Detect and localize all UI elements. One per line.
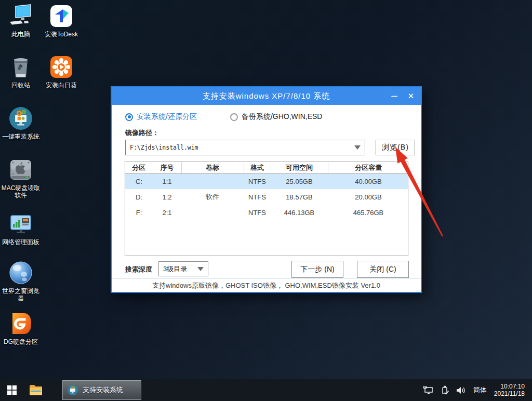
desktop-icon-this-pc[interactable]: 此电脑 xyxy=(0,3,42,38)
desktop-icon-mac-disk-reader[interactable]: MAC硬盘读取软件 xyxy=(0,157,42,199)
desktop-icon-label: 安装向日葵 xyxy=(46,82,77,89)
column-header[interactable]: 可用空间 xyxy=(271,162,328,173)
installer-dialog: 支持安装windows XP/7/8/10 系统 ─ ✕ 安装系统/还原分区 备… xyxy=(111,86,422,293)
folder-icon xyxy=(29,384,43,396)
file-explorer-button[interactable] xyxy=(24,379,48,401)
image-path-label: 镜像路径： xyxy=(125,128,159,138)
table-row[interactable]: F:2:1NTFS446.13GB465.76GB xyxy=(125,205,408,220)
radio-backup-system[interactable]: 备份系统/GHO,WIN,ESD xyxy=(230,112,323,122)
desktop-icon-label: 此电脑 xyxy=(11,31,30,38)
partition-table[interactable]: 分区序号卷标格式可用空间分区容量C:1:1NTFS25.05GB40.00GBD… xyxy=(125,162,408,220)
browser-globe-icon xyxy=(8,260,34,286)
table-row[interactable]: D:1:2软件NTFS18.57GB20.00GB xyxy=(125,189,408,205)
volume-tray-icon[interactable] xyxy=(456,386,466,395)
taskbar-item-installer[interactable]: 支持安装系统 xyxy=(62,380,141,400)
taskbar-item-label: 支持安装系统 xyxy=(83,385,123,395)
desktop-icon-browser[interactable]: 世界之窗浏览器 xyxy=(0,260,42,302)
table-row[interactable]: C:1:1NTFS25.05GB40.00GB xyxy=(125,173,408,189)
sunflower-icon xyxy=(48,54,74,80)
desktop-icon-label: 回收站 xyxy=(11,82,30,89)
clock-date: 2021/11/18 xyxy=(494,390,525,397)
image-path-value: F:\Zjds\install.wim xyxy=(130,144,354,151)
ime-indicator[interactable]: 简体 xyxy=(473,385,487,395)
radio-unselected-icon xyxy=(230,113,238,121)
this-pc-icon xyxy=(8,3,34,29)
dialog-status-bar: 支持windows原版镜像，GHOST ISO镜像， GHO,WIM,ESD镜像… xyxy=(112,278,421,292)
desktop-icon-recycle-bin[interactable]: 回收站 xyxy=(0,54,42,89)
radio-backup-label: 备份系统/GHO,WIN,ESD xyxy=(242,112,323,122)
dialog-title: 支持安装windows XP/7/8/10 系统 xyxy=(112,91,421,101)
todesk-icon xyxy=(48,3,74,29)
search-depth-label: 搜索深度 xyxy=(125,265,152,274)
radio-install-system[interactable]: 安装系统/还原分区 xyxy=(125,112,197,122)
desktop-icon-label: 安装ToDesk xyxy=(45,31,78,38)
network-tray-icon[interactable] xyxy=(423,386,434,395)
radio-install-label: 安装系统/还原分区 xyxy=(137,112,197,122)
desktop-icon-todesk[interactable]: 安装ToDesk xyxy=(41,3,82,38)
recycle-bin-icon xyxy=(8,54,34,80)
chevron-down-icon[interactable] xyxy=(354,145,361,150)
minimize-button[interactable]: ─ xyxy=(385,87,403,105)
browse-button[interactable]: 浏览(B) xyxy=(376,140,415,155)
chevron-down-icon xyxy=(197,267,204,271)
close-dialog-button[interactable]: 关闭 (C) xyxy=(357,261,409,278)
desktop-icon-label: MAC硬盘读取软件 xyxy=(0,184,42,199)
column-header[interactable]: 格式 xyxy=(244,162,271,173)
clock-time: 10:07:10 xyxy=(494,383,525,390)
partition-table-container: 分区序号卷标格式可用空间分区容量C:1:1NTFS25.05GB40.00GBD… xyxy=(125,162,408,256)
search-depth-value: 3级目录 xyxy=(163,264,197,274)
image-path-combobox[interactable]: F:\Zjds\install.wim xyxy=(125,140,365,155)
radio-selected-icon xyxy=(125,113,133,121)
start-button[interactable] xyxy=(0,379,24,401)
desktop-icon-network-panel[interactable]: 网络管理面板 xyxy=(0,211,42,246)
column-header[interactable]: 分区 xyxy=(125,162,153,173)
desktop-icon-reinstall-system[interactable]: 一键重装系统 xyxy=(0,105,42,140)
column-header[interactable]: 序号 xyxy=(153,162,181,173)
column-header[interactable]: 分区容量 xyxy=(328,162,408,173)
desktop-icon-label: 世界之窗浏览器 xyxy=(0,287,42,302)
network-panel-icon xyxy=(8,211,34,237)
mac-disk-icon xyxy=(8,157,34,183)
close-button[interactable]: ✕ xyxy=(402,87,420,105)
diskgenius-icon xyxy=(8,311,34,337)
reinstall-system-icon xyxy=(8,105,34,131)
usb-tray-icon[interactable] xyxy=(441,385,449,395)
desktop-icon-label: 网络管理面板 xyxy=(2,238,39,246)
desktop-icon-label: DG硬盘分区 xyxy=(4,338,38,345)
desktop-icon-label: 一键重装系统 xyxy=(2,133,39,140)
search-depth-select[interactable]: 3级目录 xyxy=(158,261,208,276)
taskbar-clock[interactable]: 10:07:10 2021/11/18 xyxy=(494,383,527,397)
desktop-icon-diskgenius[interactable]: DG硬盘分区 xyxy=(0,311,42,345)
next-step-button[interactable]: 下一步 (N) xyxy=(291,261,343,278)
installer-task-icon xyxy=(67,384,78,396)
column-header[interactable]: 卷标 xyxy=(181,162,244,173)
taskbar: 支持安装系统 简体 10:07: xyxy=(0,379,532,401)
dialog-titlebar[interactable]: 支持安装windows XP/7/8/10 系统 ─ ✕ xyxy=(112,87,421,105)
desktop-icon-sunflower[interactable]: 安装向日葵 xyxy=(41,54,82,89)
windows-logo-icon xyxy=(7,385,17,395)
